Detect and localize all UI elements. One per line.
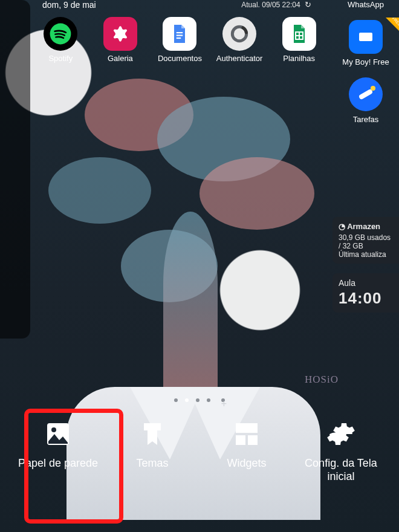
right-page-preview: WhatsApp My Boy! Free Tarefas ◔ Armazen … — [332, 0, 399, 313]
storage-used: 30,9 GB usados / 32 GB — [339, 233, 393, 250]
free-ribbon-icon — [386, 18, 399, 33]
app-label[interactable]: WhatsApp — [332, 0, 399, 9]
app-label: Galeria — [108, 54, 133, 63]
app-label: Authentica­tor — [216, 54, 263, 63]
home-edit-bar: Papel de parede Temas Widgets Config. da… — [0, 409, 399, 532]
gallery-icon — [103, 17, 137, 51]
cloud-shape — [199, 157, 314, 230]
tasks-icon — [349, 77, 383, 111]
app-gallery[interactable]: Galeria — [93, 17, 148, 63]
button-label: Papel de parede — [18, 457, 98, 469]
last-update-widget[interactable]: Atual. 09/05 22:04 ↻ — [241, 0, 311, 9]
widgets-icon — [230, 417, 264, 451]
docs-icon — [163, 17, 196, 51]
page-indicator[interactable]: + — [0, 395, 399, 404]
app-tasks[interactable]: Tarefas — [332, 77, 399, 124]
svg-point-10 — [51, 427, 56, 432]
svg-rect-13 — [248, 435, 258, 445]
storage-updated: Última atualiza — [339, 250, 393, 259]
myboy-icon — [349, 20, 383, 54]
cloud-shape — [48, 157, 151, 224]
home-settings-button[interactable]: Config. da Tela inicial — [299, 417, 383, 483]
svg-rect-2 — [177, 35, 183, 36]
widgets-button[interactable]: Widgets — [204, 417, 289, 470]
storage-icon: ◔ — [339, 222, 345, 231]
sheets-icon — [282, 17, 316, 51]
smoke-stream — [163, 212, 218, 405]
storage-widget[interactable]: ◔ Armazen 30,9 GB usados / 32 GB Última … — [332, 217, 399, 264]
app-label: Planilhas — [283, 54, 315, 63]
themes-icon — [135, 417, 169, 451]
artist-signature: HOSiO — [305, 374, 339, 386]
wallpaper-icon — [41, 417, 75, 451]
dark-sidebar-sliver — [0, 0, 30, 339]
date-widget[interactable]: dom, 9 de mai — [42, 0, 96, 10]
app-label: My Boy! Free — [332, 57, 399, 66]
app-sheets[interactable]: Planilhas — [271, 17, 326, 63]
button-label: Temas — [136, 457, 168, 469]
class-time: 14:00 — [339, 289, 393, 308]
class-widget[interactable]: Aula 14:00 — [332, 273, 399, 313]
button-label: Widgets — [227, 457, 266, 469]
button-label: Config. da Tela inicial — [305, 457, 377, 482]
svg-rect-3 — [177, 37, 181, 39]
spotify-icon — [44, 17, 77, 51]
app-label: Tarefas — [332, 115, 399, 124]
authenticator-icon — [222, 17, 256, 51]
svg-rect-11 — [236, 423, 258, 433]
update-label: Atual. 09/05 22:04 — [241, 1, 300, 9]
themes-button[interactable]: Temas — [110, 417, 195, 470]
gear-icon — [324, 417, 358, 451]
app-label: Spotify — [48, 54, 73, 63]
svg-rect-12 — [236, 435, 245, 445]
widget-title: Armazen — [347, 222, 380, 231]
svg-rect-1 — [177, 32, 183, 33]
app-authenticator[interactable]: Authentica­tor — [212, 17, 267, 63]
app-spotify[interactable]: Spotify — [33, 17, 88, 63]
app-docs[interactable]: Documen­tos — [152, 17, 207, 63]
wallpaper-button[interactable]: Papel de parede — [16, 417, 100, 470]
widget-title: Aula — [339, 278, 393, 288]
home-app-row: Spotify Galeria Documen­tos Authentica­t… — [33, 17, 326, 63]
app-myboy[interactable]: My Boy! Free — [332, 20, 399, 66]
add-page-icon[interactable]: + — [221, 398, 225, 402]
refresh-icon[interactable]: ↻ — [305, 0, 311, 9]
app-label: Documen­tos — [158, 54, 202, 63]
